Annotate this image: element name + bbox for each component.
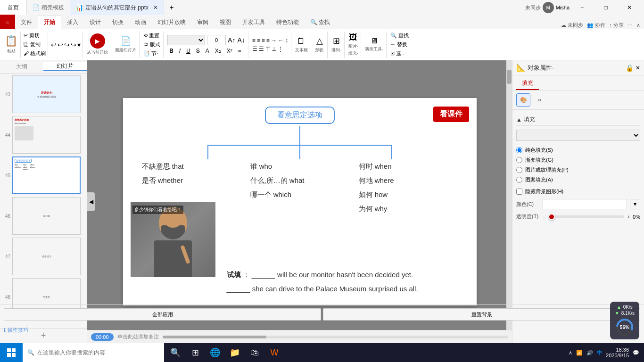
pattern-fill-option[interactable]: 图案填充(A): [516, 176, 640, 183]
gradient-fill-option[interactable]: 渐变填充(G): [516, 156, 640, 164]
increase-font-size-button[interactable]: A↑: [228, 36, 235, 44]
minimize-button[interactable]: －: [571, 0, 593, 15]
prop-close-icon[interactable]: ✕: [636, 65, 640, 71]
texture-fill-option[interactable]: 图片或纹理填充(P): [516, 166, 640, 173]
more-options-icon[interactable]: ⋯: [627, 22, 633, 28]
slide-thumb-47[interactable]: 综合练习: [12, 238, 81, 275]
select-button[interactable]: ⊡ 选..: [390, 50, 409, 57]
bottom-scrollbar[interactable]: [163, 336, 508, 338]
slideshow-play-button[interactable]: ▶: [90, 33, 105, 49]
ribbon-tab-home[interactable]: 开始: [38, 16, 61, 29]
align-top-button[interactable]: ⊤: [265, 46, 270, 52]
bottom-scroll-thumb[interactable]: [163, 336, 266, 338]
present-tool-icon[interactable]: 🖥: [371, 37, 378, 45]
decrease-font-size-button[interactable]: A↓: [237, 36, 245, 44]
align-left-button[interactable]: ≡: [252, 37, 256, 44]
apply-all-button[interactable]: 全部应用: [4, 308, 321, 321]
taskbar-cortana-icon[interactable]: 🔍: [169, 346, 182, 359]
textbox-icon[interactable]: 🗒: [297, 36, 305, 46]
slide-item-46[interactable]: 46 练习题: [2, 197, 85, 235]
ribbon-tab-transitions[interactable]: 切换: [107, 16, 129, 29]
new-tab-button[interactable]: +: [164, 0, 179, 15]
ribbon-tab-view[interactable]: 视图: [214, 16, 237, 29]
taskbar-taskview-icon[interactable]: ⊞: [189, 346, 202, 359]
canvas-vscrollbar[interactable]: [506, 60, 512, 343]
subscript-button[interactable]: X₂: [213, 47, 223, 55]
color-picker[interactable]: [543, 199, 627, 209]
hide-bg-checkbox[interactable]: [516, 189, 522, 195]
share-button[interactable]: ↑ 分享: [609, 22, 624, 29]
more-undo-icon[interactable]: ▾: [77, 41, 81, 49]
taskbar-speaker-icon[interactable]: 🔊: [586, 350, 593, 356]
slide-thumb-45[interactable]: 看意思定选项 thatwhether whowhatwhich whenwher…: [12, 156, 81, 194]
taskbar-clock[interactable]: 18:36 2020/9/15: [606, 347, 629, 358]
format-button[interactable]: 🗂 版式: [143, 41, 160, 48]
color-dropdown-button[interactable]: ▾: [630, 199, 640, 209]
superscript-button[interactable]: X²: [225, 47, 234, 55]
ribbon-tab-file[interactable]: 文件: [15, 16, 38, 29]
slide-item-47[interactable]: 47 综合练习 ★: [2, 238, 85, 275]
prop-lock-icon[interactable]: 🔒: [626, 64, 634, 72]
ribbon-tab-design[interactable]: 设计: [84, 16, 107, 29]
fill-tab[interactable]: 填充: [516, 77, 539, 90]
ribbon-tab-special[interactable]: 特色功能: [271, 16, 305, 29]
font-color-button[interactable]: A: [204, 47, 211, 55]
ribbon-tab-insert[interactable]: 插入: [61, 16, 84, 29]
slide-thumb-46[interactable]: 练习题: [12, 197, 81, 235]
opacity-plus-button[interactable]: +: [627, 214, 630, 220]
canvas-vscroll-thumb[interactable]: [507, 70, 512, 84]
redo2-button[interactable]: ↪: [71, 41, 76, 49]
solid-fill-radio[interactable]: [516, 147, 522, 153]
align-center-button[interactable]: ≡: [257, 37, 260, 44]
tab-template[interactable]: 📄 稻壳模板: [27, 0, 70, 15]
taskbar-ime-icon[interactable]: 中: [597, 349, 602, 356]
slide-item-43[interactable]: 43 定语从句 引导词的其它部分: [2, 75, 85, 113]
slide-thumb-43[interactable]: 定语从句 引导词的其它部分: [12, 75, 81, 113]
new-slide-label[interactable]: 新建幻灯片: [115, 47, 136, 53]
italic-button[interactable]: I: [177, 47, 182, 55]
prop-icon-2[interactable]: ○: [532, 93, 546, 107]
list-bullet-button[interactable]: ☰: [252, 46, 257, 52]
tab-file-active[interactable]: 📊 定语从句的其它部分.pptx ✕: [70, 0, 164, 15]
cloud-sync-button[interactable]: ☁ 未同步: [561, 22, 583, 29]
close-file-tab-button[interactable]: ✕: [153, 4, 158, 11]
slide-item-45[interactable]: 45 看意思定选项 thatwhether whowhatwhich whenw…: [2, 156, 85, 194]
ribbon-tab-animations[interactable]: 动画: [129, 16, 152, 29]
indent-less-button[interactable]: ←: [278, 37, 284, 44]
slides-tab[interactable]: 幻灯片: [43, 62, 87, 71]
close-button[interactable]: ✕: [619, 0, 640, 15]
picture-icon[interactable]: 🖼: [349, 33, 357, 42]
replace-button[interactable]: ↔ 替换: [390, 41, 409, 48]
arrange-icon[interactable]: ⊞: [333, 36, 340, 46]
kank-button[interactable]: 看课件: [433, 107, 469, 122]
align-right-button[interactable]: ≡: [262, 37, 265, 44]
prop-icon-1[interactable]: 🎨: [516, 93, 530, 107]
ribbon-tab-find[interactable]: 🔍 查找: [305, 16, 336, 29]
ribbon-tab-dev[interactable]: 开发工具: [237, 16, 271, 29]
underline-button[interactable]: U: [184, 47, 192, 55]
taskbar-folder-icon[interactable]: 📁: [228, 346, 241, 359]
wps-menu-icon[interactable]: ≡: [0, 15, 15, 29]
opacity-slider-thumb[interactable]: [548, 214, 555, 220]
find-button[interactable]: 🔍 查找: [390, 32, 409, 39]
kanyi-button[interactable]: 看意思定选项: [265, 107, 335, 124]
taskbar-store-icon[interactable]: 🛍: [248, 346, 261, 359]
slideshow-label[interactable]: 从当前开始: [87, 49, 108, 56]
gradient-fill-radio[interactable]: [516, 157, 522, 163]
taskbar-wps-icon[interactable]: W: [268, 346, 281, 359]
taskbar-network-icon[interactable]: 📶: [576, 350, 583, 356]
ribbon-tab-review[interactable]: 审阅: [191, 16, 214, 29]
reset-button[interactable]: ⟲ 重置: [143, 32, 160, 39]
opacity-minus-button[interactable]: −: [543, 214, 545, 220]
shape-icon[interactable]: △: [316, 36, 323, 46]
strikethrough-button[interactable]: S: [194, 47, 202, 55]
hide-bg-option[interactable]: 隐藏背景图形(H): [516, 188, 640, 195]
collab-button[interactable]: 👥 协作: [587, 22, 605, 29]
start-button[interactable]: [0, 343, 23, 362]
undo2-button[interactable]: ↩: [58, 41, 63, 49]
font-size-input[interactable]: [207, 35, 226, 45]
pattern-fill-radio[interactable]: [516, 177, 522, 183]
font-family-select[interactable]: [167, 35, 205, 45]
align-middle-button[interactable]: ⊥: [272, 46, 276, 52]
slide-item-44[interactable]: 44 看意思定选项 that / whether: [2, 116, 85, 154]
